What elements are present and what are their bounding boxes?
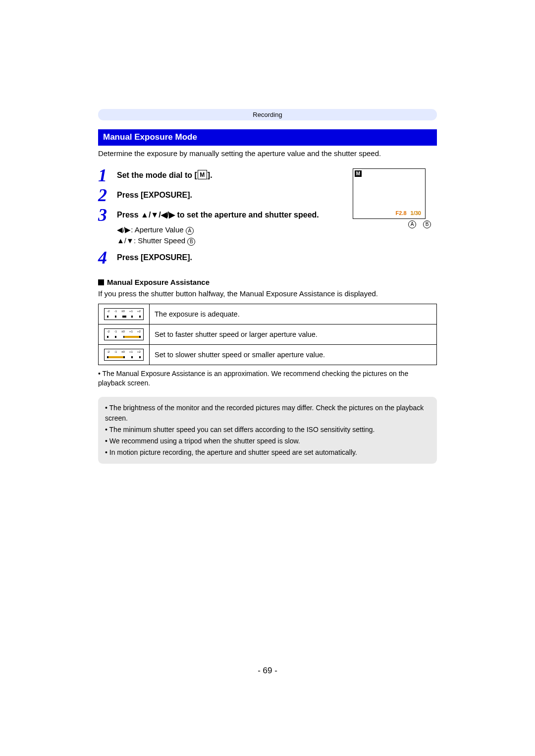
mode-m-badge: M — [355, 170, 362, 177]
step-number: 4 — [98, 249, 117, 267]
bullet-icon: • — [105, 426, 107, 433]
ev-scale-adequate-icon: -2-1±0+1+2 — [99, 304, 150, 324]
callout-a-icon: A — [408, 220, 416, 228]
page-number: - 69 - — [0, 665, 535, 677]
step-3: 3 Press ▲/▼/◀/▶ to set the aperture and … — [98, 206, 343, 247]
step-2: 2 Press [EXPOSURE]. — [98, 186, 343, 204]
step-4: 4 Press [EXPOSURE]. — [98, 249, 343, 267]
assist-heading: Manual Exposure Assistance — [98, 277, 437, 287]
arrow-keys-icon: ▲/▼/◀/▶ — [141, 211, 175, 219]
section-title: Manual Exposure Mode — [98, 129, 437, 146]
camera-screen-rect: M F2.8 1/30 — [353, 168, 426, 219]
circled-a-icon: A — [186, 227, 194, 235]
step-1-text-b: ]. — [208, 171, 213, 179]
bullet-icon: • — [105, 448, 107, 456]
step-3-text-a: Press — [117, 211, 141, 219]
note-text: The minimum shutter speed you can set di… — [109, 426, 375, 433]
shutter-label: : Shutter Speed — [134, 236, 187, 245]
ev-scale-over-icon: -2-1±0+1+2 — [99, 324, 150, 345]
page: Recording Manual Exposure Mode Determine… — [0, 0, 535, 756]
note-text: In motion picture recording, the apertur… — [109, 448, 357, 456]
table-row: -2-1±0+1+2 The exposure is adequate. — [99, 304, 437, 324]
bullet-icon: • — [105, 404, 107, 412]
step-number: 3 — [98, 206, 117, 224]
screen-shutter-value: 1/30 — [411, 210, 421, 217]
aperture-label: : Aperture Value — [131, 225, 186, 234]
mode-m-icon: M — [198, 170, 207, 179]
bullet-icon: • — [98, 370, 101, 378]
notes-box: • The brightness of the monitor and the … — [98, 397, 437, 464]
square-bullet-icon — [98, 279, 104, 285]
assist-footnote-text: The Manual Exposure Assistance is an app… — [98, 370, 408, 387]
assist-heading-text: Manual Exposure Assistance — [107, 278, 210, 286]
assist-desc: Set to slower shutter speed or smaller a… — [150, 345, 437, 365]
assist-desc: The exposure is adequate. — [150, 304, 437, 324]
step-1-text-a: Set the mode dial to [ — [117, 171, 197, 179]
circled-b-icon: B — [187, 238, 195, 246]
note-text: We recommend using a tripod when the shu… — [109, 437, 300, 445]
intro-text: Determine the exposure by manually setti… — [98, 149, 437, 159]
step-2-text: Press [EXPOSURE]. — [117, 186, 343, 201]
assist-intro: If you press the shutter button halfway,… — [98, 289, 437, 299]
table-row: -2-1±0+1+2 Set to slower shutter speed o… — [99, 345, 437, 365]
breadcrumb: Recording — [98, 109, 437, 120]
table-row: -2-1±0+1+2 Set to faster shutter speed o… — [99, 324, 437, 345]
step-1: 1 Set the mode dial to [M]. — [98, 166, 343, 184]
assist-footnote: • The Manual Exposure Assistance is an a… — [98, 369, 437, 388]
step-number: 2 — [98, 186, 117, 204]
step-number: 1 — [98, 166, 117, 184]
left-right-icon: ◀/▶ — [117, 225, 131, 234]
callout-b-icon: B — [423, 220, 431, 228]
step-3-text-b: to set the aperture and shutter speed. — [175, 211, 319, 219]
note-text: The brightness of the monitor and the re… — [105, 404, 424, 422]
up-down-icon: ▲/▼ — [117, 236, 134, 245]
assist-table: -2-1±0+1+2 The exposure is adequate. -2-… — [98, 304, 437, 365]
bullet-icon: • — [105, 437, 107, 445]
screen-illustration: M F2.8 1/30 A B — [353, 166, 437, 269]
assist-desc: Set to faster shutter speed or larger ap… — [150, 324, 437, 345]
step-4-text: Press [EXPOSURE]. — [117, 249, 343, 263]
screen-aperture-value: F2.8 — [396, 210, 407, 217]
ev-scale-under-icon: -2-1±0+1+2 — [99, 345, 150, 365]
